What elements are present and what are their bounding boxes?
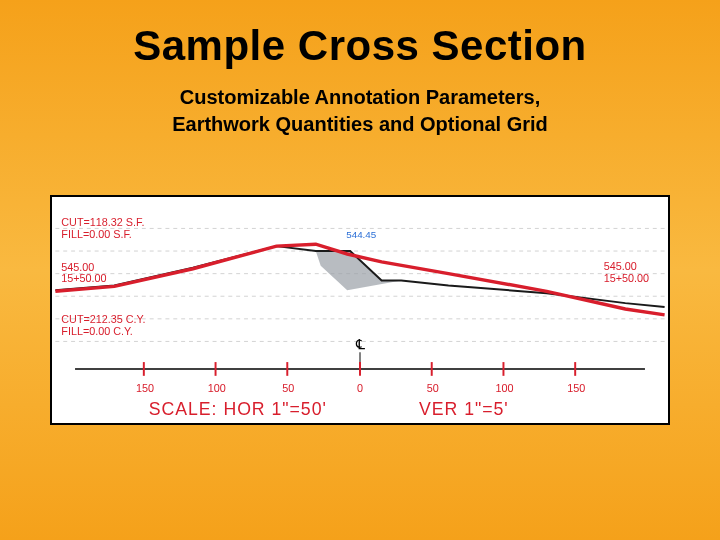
tick-label: 50 — [282, 382, 294, 394]
tick-label: 100 — [208, 382, 226, 394]
scale-ver-label: VER 1"=5' — [419, 399, 509, 419]
chart-svg: CUT=118.32 S.F. FILL=0.00 S.F. 545.00 15… — [52, 197, 668, 423]
left-station-label: 15+50.00 — [61, 272, 106, 284]
tick-label: 150 — [136, 382, 154, 394]
tick-label: 0 — [357, 382, 363, 394]
tick-label: 50 — [427, 382, 439, 394]
cross-section-chart: CUT=118.32 S.F. FILL=0.00 S.F. 545.00 15… — [50, 195, 670, 425]
page-subtitle: Customizable Annotation Parameters, Eart… — [0, 84, 720, 138]
right-elev-label: 545.00 — [604, 260, 637, 272]
centerline-mark: ℄ — [355, 337, 365, 352]
scale-hor-label: SCALE: HOR 1"=50' — [149, 399, 327, 419]
cut-cy-label: CUT=212.35 C.Y. — [61, 313, 145, 325]
page-title: Sample Cross Section — [0, 0, 720, 70]
cut-sf-label: CUT=118.32 S.F. — [61, 216, 144, 228]
fill-cy-label: FILL=0.00 C.Y. — [61, 325, 133, 337]
tick-label: 100 — [496, 382, 514, 394]
left-elev-label: 545.00 — [61, 261, 94, 273]
tick-label: 150 — [567, 382, 585, 394]
fill-sf-label: FILL=0.00 S.F. — [61, 228, 132, 240]
subtitle-line-1: Customizable Annotation Parameters, — [180, 86, 540, 108]
subtitle-line-2: Earthwork Quantities and Optional Grid — [172, 113, 548, 135]
right-station-label: 15+50.00 — [604, 272, 649, 284]
cl-elev-label: 544.45 — [346, 229, 377, 240]
